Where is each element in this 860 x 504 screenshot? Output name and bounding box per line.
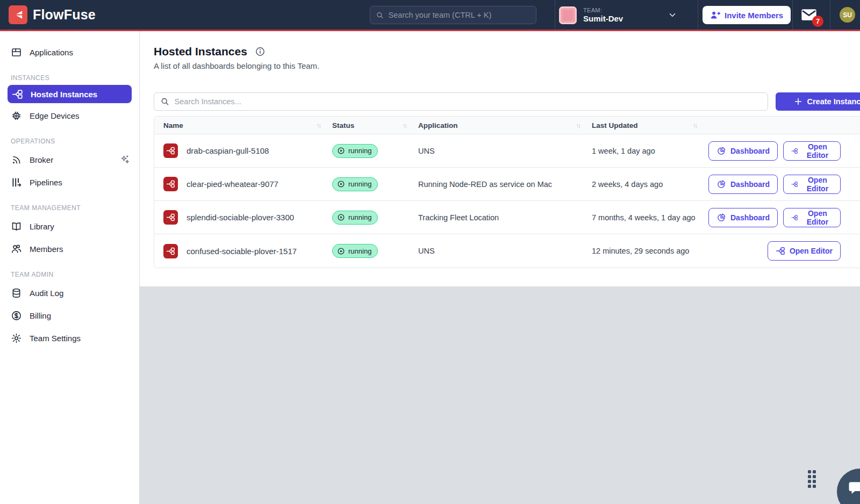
instance-icon [791,213,798,222]
book-icon [11,221,22,232]
dashboard-button[interactable]: Dashboard [708,208,778,227]
divider [830,0,830,30]
sidebar-item-applications[interactable]: Applications [0,41,139,63]
pie-chart-icon [716,213,726,222]
column-header-status[interactable]: Status↑↓ [332,121,418,129]
broadcast-icon [11,154,22,165]
instance-name: confused-sociable-plover-1517 [187,247,297,256]
open-editor-button[interactable]: Open Editor [768,241,841,261]
table-row[interactable]: confused-sociable-plover-1517 running UN… [154,234,860,268]
sidebar-item-library[interactable]: Library [0,215,139,237]
sidebar-item-audit-log[interactable]: Audit Log [0,282,139,304]
column-header-name[interactable]: Name↑↓ [163,121,332,129]
sidebar-item-edge-devices[interactable]: Edge Devices [0,104,139,127]
team-name: Sumit-Dev [583,14,623,23]
notifications-button[interactable]: 7 [801,8,819,23]
application-name: Running Node-RED as service on Mac [418,180,592,189]
application-name: Tracking Fleet Location [418,213,592,222]
invite-members-button[interactable]: Invite Members [703,6,791,24]
status-badge: running [332,244,378,258]
table-row[interactable]: splendid-sociable-plover-3300 running Tr… [154,201,860,234]
page-subtitle: A list of all dashboards belonging to th… [154,61,319,70]
info-icon[interactable] [255,46,266,57]
sidebar-item-broker[interactable]: Broker [0,148,139,171]
instance-name: splendid-sociable-plover-3300 [187,213,294,222]
sort-icon[interactable]: ↑↓ [317,122,320,128]
brand[interactable]: FlowFuse [9,5,96,24]
notification-badge: 7 [812,16,823,27]
application-name: UNS [418,247,592,255]
search-icon [376,11,384,20]
pie-chart-icon [716,146,726,156]
column-header-last-updated[interactable]: Last Updated↑↓ [592,121,708,129]
node-red-icon [163,244,178,258]
last-updated: 7 months, 4 weeks, 1 day ago [592,213,708,222]
sidebar: Applications INSTANCES Hosted Instances … [0,31,140,504]
instance-icon [776,246,785,256]
chevron-down-icon [668,10,677,20]
divider [792,0,793,30]
page-title: Hosted Instances [154,45,247,58]
table-row[interactable]: drab-caspian-gull-5108 running UNS 1 wee… [154,134,860,168]
instances-search-input[interactable] [175,97,762,106]
node-red-icon [163,210,178,225]
sort-icon[interactable]: ↑↓ [693,122,697,128]
table-row[interactable]: clear-pied-wheatear-9077 running Running… [154,168,860,201]
status-badge: running [332,177,378,191]
flowfuse-logo-icon [9,5,27,24]
user-avatar[interactable]: SU [840,7,855,23]
divider [698,0,698,30]
dollar-icon [11,310,22,321]
open-editor-button[interactable]: Open Editor [783,175,841,194]
sidebar-section-operations: OPERATIONS [0,138,139,145]
status-badge: running [332,211,378,225]
sidebar-item-hosted-instances[interactable]: Hosted Instances [8,85,132,103]
open-editor-button[interactable]: Open Editor [783,141,841,161]
status-badge: running [332,144,378,158]
application-name: UNS [418,147,592,155]
column-header-application[interactable]: Application↑↓ [418,121,592,129]
instances-table: Name↑↓ Status↑↓ Application↑↓ Last Updat… [154,116,860,268]
applications-icon [11,47,22,58]
instance-icon [12,89,23,100]
node-red-icon [163,177,178,191]
team-switcher[interactable]: TEAM: Sumit-Dev [559,4,693,26]
last-updated: 2 weeks, 4 days ago [592,180,708,189]
main-content: Hosted Instances A list of all dashboard… [140,31,860,504]
team-label: TEAM: [583,7,623,13]
sidebar-item-billing[interactable]: Billing [0,304,139,327]
node-red-icon [163,143,178,158]
sort-icon[interactable]: ↑↓ [403,122,406,128]
play-circle-icon [337,180,345,188]
play-circle-icon [337,147,345,155]
instance-name: drab-caspian-gull-5108 [187,146,269,155]
instances-search[interactable] [154,92,768,111]
team-search-input[interactable] [389,11,531,19]
plus-icon [794,97,802,106]
sidebar-section-team-management: TEAM MANAGEMENT [0,204,139,212]
top-navbar: FlowFuse TEAM: Sumit-Dev Invite Members … [0,0,860,31]
pie-chart-icon [716,179,726,189]
sidebar-item-team-settings[interactable]: Team Settings [0,327,139,349]
play-circle-icon [337,213,345,221]
instance-icon [791,146,798,156]
dashboard-button[interactable]: Dashboard [708,175,778,194]
dashboard-button[interactable]: Dashboard [708,141,778,161]
sidebar-item-pipelines[interactable]: Pipelines [0,171,139,193]
team-avatar [559,6,577,24]
chip-icon [11,110,22,121]
open-editor-button[interactable]: Open Editor [783,208,841,227]
instance-icon [791,179,798,189]
chat-drag-handle[interactable] [808,470,816,488]
create-instance-button[interactable]: Create Instance [776,92,860,111]
play-circle-icon [337,247,345,255]
team-search[interactable] [370,6,536,24]
sidebar-item-members[interactable]: Members [0,237,139,260]
sort-icon[interactable]: ↑↓ [576,122,580,128]
divider [555,0,555,30]
last-updated: 1 week, 1 day ago [592,147,708,155]
pipelines-icon [11,177,22,188]
database-icon [11,287,22,299]
user-plus-icon [710,10,720,20]
sidebar-section-team-admin: TEAM ADMIN [0,271,139,278]
